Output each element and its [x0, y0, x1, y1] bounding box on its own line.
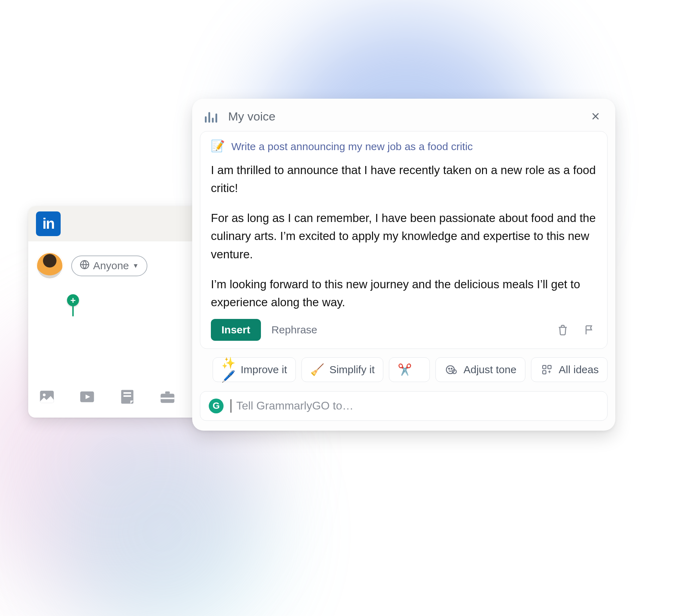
chip-label: All ideas — [559, 364, 599, 376]
generation-card: 📝 Write a post announcing my new job as … — [200, 131, 608, 349]
flag-icon[interactable] — [583, 323, 597, 337]
generated-text: I am thrilled to announce that I have re… — [211, 161, 597, 311]
generated-paragraph: I’m looking forward to this new journey … — [211, 275, 597, 311]
svg-rect-14 — [543, 365, 546, 369]
broom-icon: 🧹 — [310, 363, 324, 377]
audience-label: Anyone — [93, 260, 129, 272]
briefcase-icon[interactable] — [157, 388, 178, 406]
close-button[interactable] — [588, 109, 603, 123]
generated-paragraph: For as long as I can remember, I have be… — [211, 209, 597, 263]
grammarly-logo-icon: G — [209, 399, 224, 413]
trash-icon[interactable] — [556, 323, 570, 337]
chip-all-ideas[interactable]: All ideas — [531, 357, 608, 382]
text-caret — [231, 399, 231, 413]
scissors-icon: ✂️ — [398, 363, 412, 377]
document-icon[interactable] — [117, 388, 138, 406]
chip-label: Improve it — [240, 364, 287, 376]
svg-rect-5 — [123, 392, 131, 394]
chip-adjust-tone[interactable]: Adjust tone — [435, 357, 525, 382]
caret-down-icon: ▼ — [133, 262, 139, 270]
image-icon[interactable] — [37, 388, 57, 406]
panel-title: My voice — [228, 110, 275, 123]
svg-point-2 — [43, 394, 46, 396]
svg-rect-8 — [165, 392, 170, 394]
insert-button[interactable]: Insert — [211, 319, 261, 341]
panel-header: My voice — [192, 99, 615, 131]
chip-shorten-it[interactable]: ✂️ — [389, 357, 430, 382]
rephrase-button[interactable]: Rephrase — [272, 324, 317, 336]
chip-improve-it[interactable]: ✨🖊️ Improve it — [213, 357, 296, 382]
chip-label: Adjust tone — [463, 364, 516, 376]
svg-point-12 — [451, 368, 452, 369]
svg-rect-16 — [543, 371, 546, 374]
avatar[interactable] — [36, 252, 63, 279]
linkedin-logo-text: in — [42, 215, 54, 232]
sparkle-pencil-icon: ✨🖊️ — [221, 363, 236, 377]
svg-rect-15 — [548, 365, 551, 369]
linkedin-logo-icon: in — [36, 211, 61, 236]
prompt-row: 📝 Write a post announcing my new job as … — [211, 141, 597, 153]
svg-rect-6 — [123, 395, 131, 397]
video-icon[interactable] — [77, 388, 97, 406]
svg-point-11 — [449, 368, 450, 369]
prompt-text: Write a post announcing my new job as a … — [231, 141, 473, 153]
grammarlygo-input-bar[interactable]: G — [200, 391, 608, 421]
svg-rect-9 — [161, 398, 175, 399]
voice-waveform-icon — [205, 110, 219, 123]
grammarlygo-input[interactable] — [236, 399, 599, 412]
writing-prompt-icon: 📝 — [211, 140, 225, 152]
globe-icon — [80, 260, 90, 272]
add-content-button[interactable]: + — [67, 294, 79, 306]
grid-sparkle-icon — [540, 363, 554, 377]
suggestion-chips: ✨🖊️ Improve it 🧹 Simplify it ✂️ Adjust t… — [192, 349, 615, 382]
generated-paragraph: I am thrilled to announce that I have re… — [211, 161, 597, 197]
smiley-adjust-icon — [444, 363, 458, 377]
grammarlygo-panel: My voice 📝 Write a post announcing my ne… — [192, 99, 615, 431]
audience-selector[interactable]: Anyone ▼ — [71, 255, 147, 276]
chip-label: Simplify it — [329, 364, 374, 376]
chip-simplify-it[interactable]: 🧹 Simplify it — [301, 357, 383, 382]
